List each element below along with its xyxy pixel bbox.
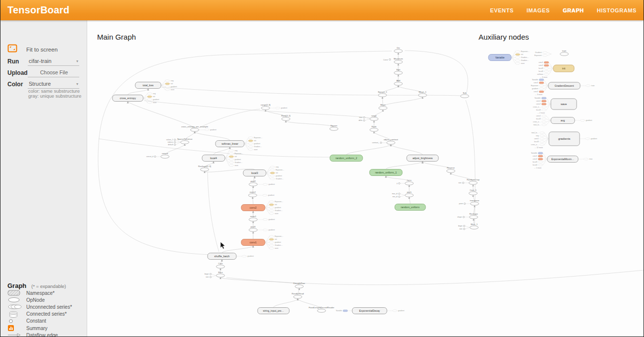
color-select[interactable]: Structure▾ [28, 80, 79, 89]
graph-node-Square[interactable]: Square [330, 124, 338, 131]
svg-text:… 1 more: … 1 more [534, 167, 541, 169]
graph-node-norm2[interactable]: norm2gradient [249, 191, 274, 197]
graph-node-norm1[interactable]: norm1gradient [249, 215, 275, 222]
graph-node-concat[interactable]: concatconcat_d [146, 152, 169, 159]
svg-text:size: size [459, 228, 462, 230]
graph-node-Reverse[interactable]: Reverse [447, 167, 455, 173]
graph-node-adjust_brightness[interactable]: adjust_brightness [407, 155, 438, 162]
svg-text:Exponen…: Exponen… [521, 51, 530, 53]
graph-node-softmax_linear[interactable]: softmax_linearExponen…initgradientGradie… [215, 137, 263, 151]
graph-node-FixedLengthRecordReader[interactable]: FixedLengthRecordReader [309, 306, 334, 313]
graph-node-adjust_contrast[interactable]: adjust_contrastcontrast_ [372, 138, 398, 145]
graph-node-total_loss[interactable]: total_lossavginitgradientsave [135, 80, 177, 91]
graph-node-avg[interactable]: avgconv1local3cross_e…total_lo…gradient [533, 115, 592, 126]
svg-text:Slice: Slice [218, 271, 223, 274]
graph-node-VariableAux[interactable]: VariableExponen…initGradien…Gradien…save [488, 51, 530, 64]
fit-to-screen-button[interactable]: Fit to screen [7, 44, 57, 55]
svg-text:conv1: conv1 [538, 61, 543, 63]
graph-node-Slice_1[interactable]: Slice_1beginsize [458, 223, 479, 230]
svg-text:RandomCrop: RandomCrop [467, 178, 480, 181]
graph-node-local3[interactable]: local3avgExponen…initgradientGradien… [243, 166, 284, 180]
svg-text:shape: shape [457, 216, 462, 218]
legend-item-label: Dataflow edge [26, 333, 58, 337]
graph-node-range13[interactable]: range[1-3]gradient [261, 104, 287, 110]
svg-text:save: save [275, 213, 278, 215]
graph-node-MaximumConst[interactable]: Const [383, 58, 391, 60]
svg-text:Variable: Variable [336, 310, 342, 312]
graph-node-Slice[interactable]: Slicebeginsize [205, 271, 225, 279]
svg-text:concat: concat [162, 152, 168, 155]
svg-text:shuffle_batch: shuffle_batch [215, 255, 230, 258]
graph-node-save[interactable]: saveVariableconv1conv2cross_e…local3… 2 … [533, 97, 577, 114]
svg-text:indices: indices [168, 141, 173, 143]
graph-node-random_uniform[interactable]: random_uniform [395, 204, 426, 211]
svg-text:gradient: gradient [281, 107, 287, 109]
svg-text:Gradien…: Gradien… [276, 178, 284, 180]
graph-node-Div[interactable]: Div [394, 47, 403, 53]
graph-node-local4[interactable]: local4avgExponen…initgradientGradien…sav… [202, 150, 243, 167]
graph-node-transpose[interactable]: transposeperm [459, 199, 480, 206]
svg-text:adjust_brightness: adjust_brightness [413, 157, 433, 160]
nav-tab-graph[interactable]: GRAPH [563, 7, 584, 13]
graph-node-ReaderRead[interactable]: ReaderRead [292, 292, 304, 299]
graph-node-RandomCrop[interactable]: RandomCropsize [458, 178, 480, 185]
graph-node-Mean_1[interactable]: Mean_1 [419, 91, 427, 97]
graph-node-train[interactable]: trainGradientExponent [535, 50, 569, 57]
graph-node-Mean[interactable]: Mean [379, 104, 387, 110]
graph-node-Cast[interactable]: Cast [216, 262, 225, 269]
svg-text:Exponent: Exponent [531, 85, 538, 87]
graph-node-string_input_pro[interactable]: string_input_pro… [258, 308, 289, 314]
svg-text:init: init [275, 238, 277, 240]
legend-item-label: Connected series* [26, 311, 67, 317]
nav-tab-events[interactable]: EVENTS [490, 7, 514, 13]
graph-node-pool1[interactable]: pool1gradient [249, 225, 275, 232]
graph-node-Add[interactable]: Add [394, 79, 403, 86]
graph-node-SparseToDense[interactable]: SparseToDensevalues_1indicesdefault [166, 138, 192, 146]
graph-node-init[interactable]: initconv1conv2local3local4softmax… 3 mor… [537, 61, 574, 78]
graph-node-pool2[interactable]: pool2gradient [249, 180, 275, 186]
svg-text:Gradien…: Gradien… [254, 146, 262, 148]
graph-node-Rank12[interactable]: Rank[1-2] [281, 114, 291, 121]
svg-text:range: range [372, 114, 377, 117]
choose-file-button[interactable]: Choose File [28, 68, 79, 77]
graph-node-pack[interactable]: packmax_dimin_di [392, 191, 413, 198]
legend-item-dataflow-edge: Dataflow edge [7, 332, 82, 337]
graph-node-range[interactable]: rangestartdelta [359, 114, 378, 122]
run-select[interactable]: cifar-train▾ [28, 57, 79, 66]
graph-node-Reshape13[interactable]: Reshape[1-3] [198, 165, 211, 171]
graph-node-Sub[interactable]: Sub [461, 92, 469, 98]
svg-text:random_uniform_2: random_uniform_2 [335, 157, 357, 160]
graph-node-gradients[interactable]: gradientstotal_lo…avgconv1local3cross_e…… [531, 132, 597, 149]
svg-text:… 3 more: … 3 more [540, 76, 547, 78]
graph-node-conv1[interactable]: conv1Exponen…initgradientGradien…save [241, 235, 283, 249]
svg-text:init: init [153, 96, 156, 98]
graph-node-ExponentialDecay[interactable]: ExponentialDecayVariablegradient [336, 308, 404, 314]
svg-text:softmax: softmax [537, 73, 543, 75]
svg-text:conv2: conv2 [538, 64, 543, 66]
svg-text:init: init [275, 204, 277, 206]
graph-node-cepe[interactable]: cross_entropy_per_examplegradient [181, 125, 216, 132]
graph-node-ExponentialMovin[interactable]: ExponentialMovin…Variableconv1conv2local… [531, 152, 592, 169]
graph-node-Reshape[interactable]: Reshapeshape [457, 213, 478, 219]
graph-node-Rank[interactable]: Rank [370, 125, 378, 132]
graph-node-shuffle_batch[interactable]: shuffle_batchgradient [208, 253, 254, 260]
svg-text:local3: local3 [251, 171, 258, 174]
graph-node-Sqrt[interactable]: Sqrt [394, 68, 403, 75]
nav-tab-images[interactable]: IMAGES [527, 7, 550, 13]
graph-node-Cast_1[interactable]: Cast_1 [469, 189, 478, 195]
graph-node-conv2[interactable]: conv2Exponen…initgradientGradien…save [241, 201, 283, 215]
svg-text:Reshape: Reshape [469, 213, 478, 215]
svg-text:save: save [561, 103, 567, 106]
legend-item-summary: Summary [7, 325, 82, 332]
graph-node-Square_1[interactable]: Square_1 [378, 91, 387, 97]
nav-tab-histograms[interactable]: HISTOGRAMS [597, 7, 637, 13]
graph-node-DecodeRaw[interactable]: DecodeRaw [293, 282, 305, 288]
graph-canvas[interactable]: DivConstMaximumSqrtAddSquare_1Mean_1SubM… [87, 20, 644, 337]
svg-text:pool2: pool2 [251, 180, 256, 182]
svg-text:Exponen…: Exponen… [276, 169, 285, 171]
graph-node-Maximum[interactable]: Maximum [394, 57, 403, 64]
graph-node-GradientDescent[interactable]: GradientDescentVariableconv1Exponentgrad… [531, 79, 595, 96]
graph-node-random_uniform_1[interactable]: random_uniform_1 [370, 169, 402, 176]
graph-node-random_uniform_2[interactable]: random_uniform_2 [330, 155, 363, 162]
graph-node-cross_entropy[interactable]: cross_entropyavginitgradientsave [112, 93, 159, 104]
